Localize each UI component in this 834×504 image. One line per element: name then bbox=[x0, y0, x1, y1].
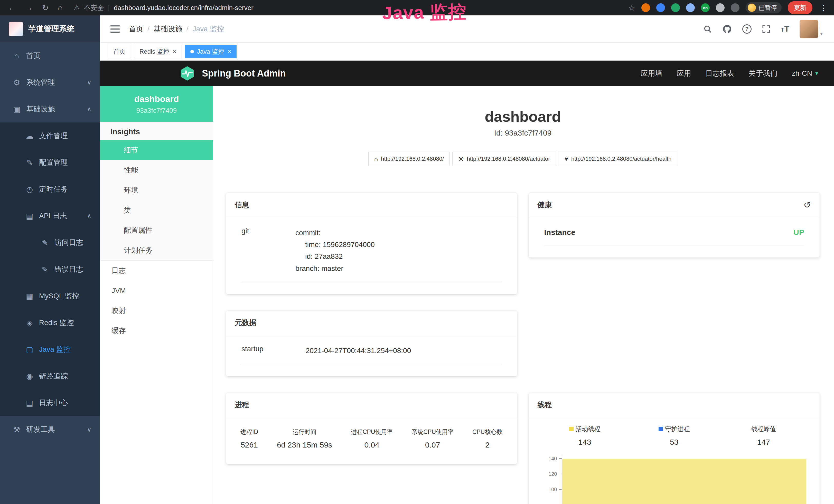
process-stat: 运行时间 6d 23h 15m 59s bbox=[277, 428, 332, 449]
home-icon: ⌂ bbox=[11, 51, 23, 60]
github-icon[interactable] bbox=[722, 24, 732, 34]
help-icon[interactable]: ? bbox=[742, 24, 751, 33]
sba-item-mappings[interactable]: 映射 bbox=[100, 301, 213, 321]
tags-bar: 首页 Redis 监控 × Java 监控 × bbox=[100, 43, 834, 61]
sidebar-item-redis-monitor[interactable]: ◈ Redis 监控 bbox=[0, 310, 100, 336]
tab-home[interactable]: 首页 bbox=[108, 45, 131, 58]
legend-label: 守护进程 bbox=[665, 425, 690, 433]
update-button[interactable]: 更新 bbox=[788, 1, 812, 14]
back-icon[interactable]: ← bbox=[8, 3, 16, 12]
profile-chip[interactable]: 已暂停 bbox=[746, 2, 782, 13]
sidebar-item-java-monitor[interactable]: ▢ Java 监控 bbox=[0, 336, 100, 363]
logo-row[interactable]: 芋道管理系统 bbox=[0, 16, 100, 42]
sidebar-item-api-logs[interactable]: ▤ API 日志 ∧ bbox=[0, 203, 100, 229]
sidebar-item-config-management[interactable]: ✎ 配置管理 bbox=[0, 149, 100, 176]
search-icon[interactable] bbox=[703, 25, 712, 33]
sidebar-item-home[interactable]: ⌂ 首页 bbox=[0, 42, 100, 69]
sba-item-classes[interactable]: 类 bbox=[100, 200, 213, 220]
stat-label: CPU核心数 bbox=[473, 428, 503, 436]
browser-home-icon[interactable]: ⌂ bbox=[58, 3, 62, 12]
sidebar-item-file-management[interactable]: ☁ 文件管理 bbox=[0, 122, 100, 149]
sidebar-item-label: 研发工具 bbox=[26, 425, 55, 434]
history-icon[interactable]: ↺ bbox=[804, 201, 811, 209]
cloud-icon: ☁ bbox=[24, 132, 36, 140]
breadcrumb-home[interactable]: 首页 bbox=[129, 24, 143, 34]
info-key: git bbox=[241, 227, 295, 274]
extension-icon[interactable] bbox=[641, 3, 650, 12]
sidebar-item-trace[interactable]: ◉ 链路追踪 bbox=[0, 363, 100, 389]
extension-icon[interactable] bbox=[656, 3, 665, 12]
nav-item-wallboard[interactable]: 应用墙 bbox=[641, 69, 662, 78]
tab-redis-monitor[interactable]: Redis 监控 × bbox=[134, 45, 182, 58]
browser-menu-icon[interactable]: ⋮ bbox=[818, 3, 828, 12]
bookmark-star-icon[interactable]: ☆ bbox=[628, 3, 635, 12]
extension-icon[interactable]: on bbox=[701, 3, 710, 12]
link-chip-actuator[interactable]: ⚒ http://192.168.0.2:48080/actuator bbox=[452, 152, 556, 166]
sidebar-item-access-logs[interactable]: ✎ 访问日志 bbox=[0, 229, 100, 256]
extension-icon[interactable] bbox=[716, 3, 725, 12]
tab-java-monitor[interactable]: Java 监控 × bbox=[185, 45, 237, 58]
metadata-key: startup bbox=[241, 345, 306, 357]
locale-label: zh-CN bbox=[792, 69, 812, 77]
chart-plot-area bbox=[562, 455, 809, 504]
locale-select[interactable]: zh-CN ▾ bbox=[792, 69, 818, 77]
health-instance-label: Instance bbox=[544, 228, 576, 237]
sidebar-item-error-logs[interactable]: ✎ 错误日志 bbox=[0, 256, 100, 283]
sba-item-details[interactable]: 细节 bbox=[100, 140, 213, 160]
y-tick-label: 100 bbox=[548, 486, 557, 492]
sba-brand[interactable]: Spring Boot Admin bbox=[202, 68, 286, 79]
sba-item-performance[interactable]: 性能 bbox=[100, 160, 213, 180]
instance-header[interactable]: dashboard 93a3fc7f7409 bbox=[100, 86, 213, 122]
sba-item-environment[interactable]: 环境 bbox=[100, 180, 213, 200]
heart-icon: ♥ bbox=[565, 155, 568, 162]
annotation-java-monitor: Java 监控 bbox=[382, 0, 467, 25]
reload-icon[interactable]: ↻ bbox=[42, 3, 48, 12]
forward-icon[interactable]: → bbox=[25, 3, 33, 12]
breadcrumb-infrastructure[interactable]: 基础设施 bbox=[154, 24, 182, 34]
sba-item-config-props[interactable]: 配置属性 bbox=[100, 220, 213, 240]
sidebar-item-dev-tools[interactable]: ⚒ 研发工具 ∨ bbox=[0, 416, 100, 443]
page-subtitle: Id: 93a3fc7f7409 bbox=[226, 129, 820, 137]
font-size-icon[interactable]: TT bbox=[781, 24, 789, 33]
sba-item-scheduled-tasks[interactable]: 计划任务 bbox=[100, 240, 213, 260]
address-bar[interactable]: ⚠ 不安全 | dashboard.yudao.iocoder.cn/infra… bbox=[74, 3, 254, 12]
nav-item-about[interactable]: 关于我们 bbox=[749, 69, 777, 78]
sba-logo-icon[interactable] bbox=[179, 66, 195, 82]
error-log-icon: ✎ bbox=[39, 265, 51, 274]
profile-avatar bbox=[748, 4, 756, 12]
fullscreen-icon[interactable] bbox=[762, 25, 771, 33]
sidebar-item-label: 基础设施 bbox=[26, 104, 55, 114]
breadcrumb-separator: / bbox=[186, 25, 189, 33]
link-chip-root[interactable]: ⌂ http://192.168.0.2:48080/ bbox=[368, 152, 450, 166]
link-chip-health[interactable]: ♥ http://192.168.0.2:48080/actuator/heal… bbox=[559, 152, 677, 166]
process-stat: 进程CPU使用率 0.04 bbox=[351, 428, 393, 449]
extension-icon[interactable] bbox=[731, 3, 740, 12]
sba-item-jvm[interactable]: JVM bbox=[100, 281, 213, 301]
profile-label: 已暂停 bbox=[759, 4, 777, 12]
sidebar-item-mysql-monitor[interactable]: ▦ MySQL 监控 bbox=[0, 283, 100, 310]
sba-item-logs[interactable]: 日志 bbox=[100, 260, 213, 281]
close-icon[interactable]: × bbox=[173, 48, 176, 55]
extension-icon[interactable] bbox=[686, 3, 695, 12]
user-menu[interactable]: ▾ bbox=[799, 20, 823, 38]
sidebar-item-log-center[interactable]: ▤ 日志中心 bbox=[0, 389, 100, 416]
card-title: 元数据 bbox=[235, 318, 256, 328]
nav-item-journal[interactable]: 日志报表 bbox=[706, 69, 734, 78]
sidebar-item-scheduled-tasks[interactable]: ◷ 定时任务 bbox=[0, 176, 100, 203]
close-icon[interactable]: × bbox=[227, 48, 231, 55]
legend-swatch bbox=[659, 427, 663, 431]
instance-links: ⌂ http://192.168.0.2:48080/ ⚒ http://192… bbox=[226, 152, 820, 166]
nav-item-applications[interactable]: 应用 bbox=[677, 69, 691, 78]
access-log-icon: ✎ bbox=[39, 238, 51, 247]
legend-label: 活动线程 bbox=[576, 425, 600, 433]
git-commit-line: commit: bbox=[295, 227, 375, 239]
extension-icon[interactable] bbox=[671, 3, 680, 12]
sba-item-caches[interactable]: 缓存 bbox=[100, 321, 213, 341]
card-title: 信息 bbox=[235, 200, 249, 210]
y-tick-label: 120 bbox=[548, 471, 557, 477]
legend-item: 线程峰值 147 bbox=[719, 425, 808, 446]
sidebar-item-system-management[interactable]: ⚙ 系统管理 ∨ bbox=[0, 69, 100, 96]
hamburger-icon[interactable] bbox=[110, 25, 120, 32]
address-separator: | bbox=[108, 4, 110, 12]
sidebar-item-infrastructure[interactable]: ▣ 基础设施 ∧ bbox=[0, 96, 100, 122]
